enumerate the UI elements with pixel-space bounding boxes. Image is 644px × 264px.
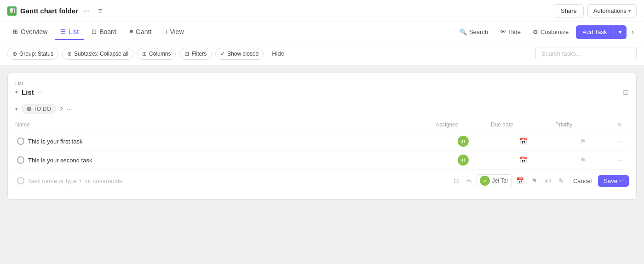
group-label: Group: Status: [19, 51, 53, 57]
list-header: ▾ List ··· ⊡: [15, 88, 629, 97]
enter-icon: ↵: [619, 178, 623, 184]
task-name: This is your second task: [28, 157, 92, 164]
label-icon-button[interactable]: 🏷: [542, 175, 554, 186]
task-more-icon[interactable]: ···: [617, 156, 622, 164]
new-task-left: [15, 177, 451, 184]
filters-label: Filters: [191, 51, 207, 57]
search-tasks-container: [535, 47, 637, 60]
folder-icon: 📊: [7, 6, 17, 16]
task-assignee-cell: JT: [436, 136, 491, 147]
assignee-selector[interactable]: JT Jel Tar: [477, 174, 512, 187]
hamburger-button[interactable]: ≡: [95, 6, 105, 16]
new-task-row: ⊡ ✂ JT Jel Tar 📅 ⚑ 🏷 ✎ Cancel Save ↵: [15, 172, 629, 190]
more-options-icon-button[interactable]: ✎: [556, 175, 567, 186]
search-button[interactable]: 🔍 Search: [455, 26, 493, 38]
flag-icon: ⚑: [580, 156, 586, 164]
new-task-avatar: JT: [480, 176, 490, 186]
chevron-down-icon: ▾: [628, 8, 631, 13]
top-bar-right: Share Automations ▾: [554, 4, 637, 17]
save-button[interactable]: Save ↵: [598, 175, 629, 187]
task-status-circle[interactable]: [17, 138, 24, 145]
show-closed-button[interactable]: ✓ Show closed: [215, 48, 264, 60]
gear-icon: ⚙: [533, 29, 538, 35]
subtasks-icon: ⊕: [67, 51, 72, 57]
nav-item-gantt[interactable]: ≡ Gantt: [124, 24, 157, 40]
todo-status-dot: [27, 107, 31, 111]
group-status-button[interactable]: ⊕ Group: Status: [7, 48, 58, 60]
automations-button[interactable]: Automations ▾: [587, 4, 637, 17]
check-icon: ✓: [220, 51, 225, 57]
col-add[interactable]: ⊕: [610, 121, 629, 128]
panel-icon[interactable]: ⊡: [623, 88, 629, 96]
task-due-date-cell[interactable]: 📅: [491, 156, 555, 164]
columns-button[interactable]: ⊞ Columns: [137, 48, 176, 60]
task-more-cell[interactable]: ···: [610, 138, 629, 145]
top-bar-left: 📊 Gantt chart folder ··· ≡: [7, 6, 105, 16]
task-more-icon[interactable]: ···: [617, 138, 622, 145]
due-date-icon-button[interactable]: 📅: [513, 175, 527, 186]
todo-more-icon[interactable]: ···: [67, 105, 72, 113]
show-closed-label: Show closed: [227, 51, 259, 57]
cancel-button[interactable]: Cancel: [569, 175, 596, 187]
add-task-chevron-icon[interactable]: ▾: [614, 25, 627, 39]
customize-button[interactable]: ⚙ Customize: [528, 26, 573, 38]
col-priority: Priority: [555, 121, 610, 128]
todo-count: 2: [60, 106, 63, 113]
nav-board-label: Board: [99, 28, 116, 35]
nav-overview-label: Overview: [21, 28, 47, 35]
calendar-icon: 📅: [519, 138, 527, 145]
list-card: List ▾ List ··· ⊡ ▾ TO DO 2 ··· Name: [7, 73, 637, 200]
toolbar-hide-label: Hide: [272, 50, 284, 57]
nav-add-view-label: + View: [164, 28, 184, 35]
toolbar-hide-button[interactable]: Hide: [267, 48, 289, 59]
overview-icon: ⊞: [13, 28, 18, 35]
table-row: This is your second task JT 📅 ⚑ ···: [15, 151, 629, 170]
calendar-icon: 📅: [519, 156, 527, 164]
task-priority-cell[interactable]: ⚑: [555, 156, 610, 164]
board-icon: ⊡: [92, 28, 97, 35]
col-due-date: Due date: [491, 121, 555, 128]
group-icon: ⊕: [12, 51, 17, 57]
task-due-date-cell[interactable]: 📅: [491, 138, 555, 145]
avatar: JT: [458, 136, 469, 147]
nav-bar: ⊞ Overview ☰ List ⊡ Board ≡ Gantt + View…: [0, 22, 644, 42]
task-name-cell: This is your second task: [15, 156, 436, 164]
todo-badge: TO DO: [22, 104, 56, 114]
todo-label: TO DO: [34, 106, 51, 112]
assign-icon-button[interactable]: ⊡: [451, 175, 462, 186]
todo-collapse-icon[interactable]: ▾: [15, 106, 18, 112]
filters-button[interactable]: ⊟ Filters: [179, 48, 212, 60]
filter-icon: ⊟: [184, 51, 189, 57]
table-row: This is your first task JT 📅 ⚑ ···: [15, 132, 629, 151]
nav-item-add-view[interactable]: + View: [159, 24, 189, 40]
nav-item-board[interactable]: ⊡ Board: [86, 24, 122, 40]
share-button[interactable]: Share: [554, 4, 584, 17]
hide-button[interactable]: 👁 Hide: [495, 26, 525, 38]
task-priority-cell[interactable]: ⚑: [555, 138, 610, 145]
automations-label: Automations: [593, 7, 627, 14]
search-tasks-input[interactable]: [535, 47, 637, 60]
nav-item-overview[interactable]: ⊞ Overview: [7, 24, 53, 40]
add-task-button[interactable]: Add Task ▾: [576, 25, 626, 39]
new-task-input[interactable]: [28, 178, 189, 184]
folder-title: Gantt chart folder: [20, 7, 78, 15]
subtasks-collapse-button[interactable]: ⊕ Subtasks: Collapse all: [62, 48, 133, 60]
priority-icon-button[interactable]: ⚑: [529, 175, 540, 186]
new-task-assignee-name: Jel Tar: [492, 178, 508, 184]
col-assignee: Assignee: [436, 121, 491, 128]
task-status-circle[interactable]: [17, 156, 24, 164]
nav-item-list[interactable]: ☰ List: [55, 24, 84, 40]
tag-icon-button[interactable]: ✂: [464, 175, 475, 186]
folder-more-button[interactable]: ···: [82, 6, 92, 16]
flag-icon: ⚑: [580, 138, 586, 145]
list-collapse-icon[interactable]: ▾: [15, 89, 18, 95]
nav-left: ⊞ Overview ☰ List ⊡ Board ≡ Gantt + View: [7, 24, 190, 40]
avatar: JT: [458, 155, 469, 166]
col-name: Name: [15, 121, 436, 128]
nav-more-button[interactable]: ›: [629, 26, 637, 38]
task-more-cell[interactable]: ···: [610, 156, 629, 164]
new-task-actions: ⊡ ✂ JT Jel Tar 📅 ⚑ 🏷 ✎ Cancel Save ↵: [451, 174, 629, 187]
todo-section: ▾ TO DO 2 ··· Name Assignee Due date Pri…: [15, 104, 629, 190]
list-options-icon[interactable]: ···: [38, 89, 43, 96]
nav-list-label: List: [69, 28, 79, 35]
